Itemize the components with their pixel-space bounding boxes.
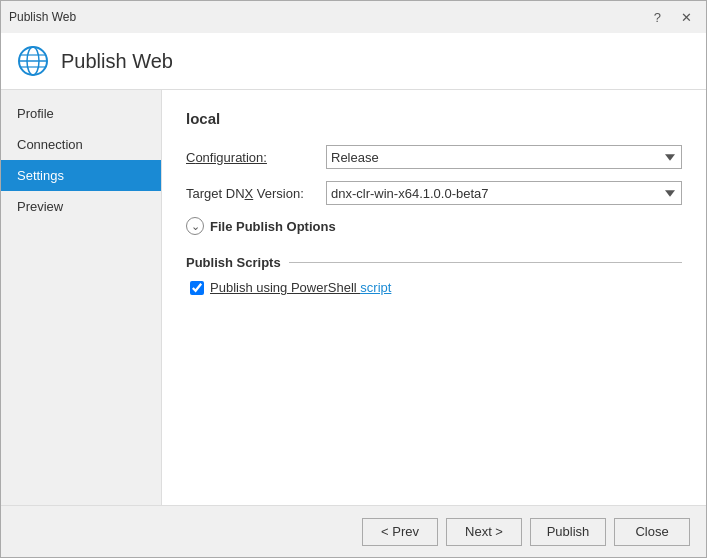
publish-button[interactable]: Publish bbox=[530, 518, 606, 546]
file-publish-label: File Publish Options bbox=[210, 219, 336, 234]
help-button[interactable]: ? bbox=[648, 8, 667, 27]
title-bar: Publish Web ? ✕ bbox=[1, 1, 706, 33]
sidebar-item-settings[interactable]: Settings bbox=[1, 160, 161, 191]
section-title: local bbox=[186, 110, 682, 127]
publish-web-window: Publish Web ? ✕ Publish Web Profile bbox=[0, 0, 707, 558]
prev-button[interactable]: < Prev bbox=[362, 518, 438, 546]
window-title: Publish Web bbox=[9, 10, 76, 24]
publish-scripts-section: Publish Scripts Publish using PowerShell… bbox=[186, 255, 682, 295]
configuration-label: Configuration: bbox=[186, 150, 326, 165]
content-area: Profile Connection Settings Preview loca… bbox=[1, 90, 706, 505]
file-publish-options[interactable]: ⌄ File Publish Options bbox=[186, 217, 682, 235]
publish-scripts-label: Publish using PowerShell script bbox=[210, 280, 391, 295]
collapse-icon: ⌄ bbox=[186, 217, 204, 235]
close-window-button[interactable]: ✕ bbox=[675, 8, 698, 27]
configuration-select[interactable]: Release Debug bbox=[326, 145, 682, 169]
publish-scripts-checkbox[interactable] bbox=[190, 281, 204, 295]
header-title: Publish Web bbox=[61, 50, 173, 73]
publish-scripts-checkbox-row: Publish using PowerShell script bbox=[190, 280, 682, 295]
target-dnx-row: Target DNX Version: dnx-clr-win-x64.1.0.… bbox=[186, 181, 682, 205]
sidebar-item-profile[interactable]: Profile bbox=[1, 98, 161, 129]
configuration-row: Configuration: Release Debug bbox=[186, 145, 682, 169]
publish-scripts-header: Publish Scripts bbox=[186, 255, 682, 270]
sidebar-item-preview[interactable]: Preview bbox=[1, 191, 161, 222]
publish-scripts-divider bbox=[289, 262, 682, 263]
main-content: local Configuration: Release Debug Targe… bbox=[161, 90, 706, 505]
footer: < Prev Next > Publish Close bbox=[1, 505, 706, 557]
sidebar: Profile Connection Settings Preview bbox=[1, 90, 161, 505]
target-dnx-label: Target DNX Version: bbox=[186, 186, 326, 201]
header-bar: Publish Web bbox=[1, 33, 706, 90]
title-bar-left: Publish Web bbox=[9, 10, 76, 24]
sidebar-item-connection[interactable]: Connection bbox=[1, 129, 161, 160]
target-dnx-select[interactable]: dnx-clr-win-x64.1.0.0-beta7 dnx-clr-win-… bbox=[326, 181, 682, 205]
next-button[interactable]: Next > bbox=[446, 518, 522, 546]
publish-scripts-title: Publish Scripts bbox=[186, 255, 281, 270]
close-button[interactable]: Close bbox=[614, 518, 690, 546]
title-bar-controls: ? ✕ bbox=[648, 8, 698, 27]
globe-icon bbox=[17, 45, 49, 77]
